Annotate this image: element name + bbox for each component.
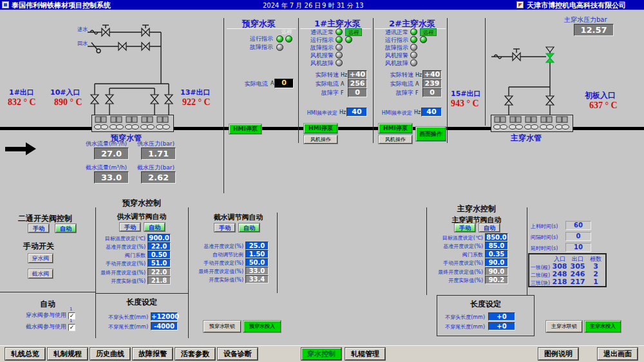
panel-subtitle: 供水调节阀自动: [95, 212, 188, 222]
setpoint-box[interactable]: +12000: [151, 312, 178, 321]
company-logo-icon: [516, 1, 524, 8]
row-label: 一班(根): [531, 264, 551, 271]
fault-word-unit: F: [415, 90, 419, 96]
setpoint-box[interactable]: 90.0: [485, 258, 508, 267]
fault-word-label: 故障字: [300, 90, 339, 97]
comm-led: [336, 28, 343, 35]
nav-button-line-overview[interactable]: 轧线总览: [5, 348, 45, 360]
cutoff-valve-button[interactable]: 截水阀: [28, 269, 53, 278]
enable-label: 截水阀参与使用: [26, 323, 66, 330]
title-bar: 泰国伟利钢铁棒材项目控制系统 2024 年 7 月 26 日 9 时 31 分 …: [0, 0, 644, 10]
nav-button-water-control[interactable]: 穿水控制: [301, 348, 341, 360]
pre-interlock-button[interactable]: 预穿水联锁: [204, 321, 241, 332]
row-label: 最终开度设定值(%): [191, 268, 243, 275]
auto-mode-button[interactable]: 自动: [239, 224, 260, 232]
setpoint-box[interactable]: 0.50: [147, 251, 171, 259]
pre-engage-button[interactable]: 预穿水投入: [243, 321, 281, 332]
nav-button-looper-params[interactable]: 活套参数: [175, 348, 215, 360]
auto-mode-button[interactable]: 自动: [55, 224, 76, 233]
current-unit: A: [270, 81, 274, 86]
setpoint-box[interactable]: 25.0: [245, 242, 269, 250]
fan-fault-led: [410, 59, 417, 66]
row-label: 手动开度设定(%): [191, 260, 243, 267]
fan-operate-button[interactable]: 风机操作: [304, 135, 337, 144]
cutoff-valve-checkbox[interactable]: ✓: [68, 324, 75, 331]
run-label: 运行指示: [375, 37, 408, 44]
temp-value: 922: [182, 97, 196, 107]
row-label: 基准开度设定(%): [94, 243, 146, 251]
row-label: 基准开度设定(%): [191, 243, 243, 250]
company-name: 天津市博控机电高科技有限公司: [527, 1, 626, 10]
setpoint-box[interactable]: 22.0: [147, 242, 171, 251]
legend-button[interactable]: 图例说明: [538, 348, 578, 360]
setpoint-box[interactable]: 85.0: [485, 242, 508, 250]
freq-unit: Hz: [339, 110, 346, 115]
comm-label: 通讯正常: [375, 29, 408, 36]
nav-button-roll-management[interactable]: 轧辊管理: [345, 348, 385, 360]
freq-unit: Hz: [414, 110, 421, 115]
readout-box: 90.2: [485, 276, 508, 284]
hmi-stop-pump-button[interactable]: HMI停泵: [304, 124, 337, 133]
readout-box: 21.8: [147, 276, 171, 285]
freq-setpoint-box[interactable]: 40: [421, 108, 442, 117]
nav-button-fault-alarms[interactable]: 故障报警: [133, 348, 173, 360]
length-setting-main-panel: 长度设定 不穿头长度(mm) +0 不穿尾长度(mm) +0: [437, 295, 535, 336]
auto-mode-button[interactable]: 自动: [479, 224, 500, 232]
setpoint-box[interactable]: 0.35: [485, 250, 508, 258]
current-unit: A: [415, 81, 419, 87]
exit-button[interactable]: 退出画面: [598, 348, 638, 360]
fan-alarm-label: 风机报警: [300, 52, 334, 59]
fault-word-box: 0: [422, 88, 442, 97]
fault-led: [336, 44, 343, 51]
setpoint-box[interactable]: -4000: [151, 322, 178, 330]
row-label: 最终开度设定值(%): [430, 269, 483, 276]
setpoint-box[interactable]: 51.0: [147, 259, 171, 267]
cell: 1: [587, 278, 604, 285]
setpoint-box[interactable]: 850.0: [485, 233, 508, 242]
cell: 248: [551, 271, 568, 278]
setpoint-box[interactable]: 50.0: [245, 258, 269, 267]
row-label: 不穿尾长度(mm): [102, 323, 148, 330]
auto-mode-button[interactable]: 自动: [144, 223, 165, 231]
valve-icon: [513, 53, 520, 61]
temp-name: 15#出口: [451, 89, 481, 99]
remote-badge: 远程: [345, 28, 362, 36]
setpoint-box[interactable]: +0: [488, 322, 515, 330]
manual-mode-button[interactable]: 手动: [455, 224, 475, 232]
fan-operate-button[interactable]: 风机操作: [379, 135, 412, 144]
fault-led: [410, 44, 417, 51]
main-engage-button[interactable]: 主穿水投入: [585, 321, 621, 332]
time-text: 9 时 31 分 13: [322, 1, 364, 10]
tick-mark: 1: [70, 307, 72, 312]
readout-box: 33.4: [245, 275, 269, 283]
screen-operate-button[interactable]: 画面操作: [416, 127, 446, 141]
nav-button-equipment-diag[interactable]: 设备诊断: [218, 348, 258, 360]
cell: 2: [587, 271, 604, 278]
nav-button-history-curves[interactable]: 历史曲线: [90, 348, 130, 360]
manual-mode-button[interactable]: 手动: [214, 224, 235, 232]
timing-value-box: 0: [565, 232, 591, 241]
timing-value-box: 10: [565, 243, 591, 252]
setpoint-box[interactable]: +0: [488, 312, 515, 321]
manual-mode-button[interactable]: 手动: [28, 224, 49, 233]
nav-button-rolling-schedule[interactable]: 轧制规程: [48, 348, 88, 360]
freq-setpoint-box[interactable]: 40: [346, 108, 367, 117]
tick-mark: 1: [70, 319, 72, 323]
setpoint-box[interactable]: 900.0: [147, 234, 171, 242]
setpoint-box[interactable]: 1.50: [245, 250, 269, 258]
main-interlock-button[interactable]: 主穿水联锁: [546, 321, 582, 332]
funnel-icon: [546, 47, 554, 52]
hmi-stop-pump-button[interactable]: HMI停泵: [379, 124, 412, 133]
valve-icon: [106, 95, 113, 104]
row-label: 二班(根): [531, 272, 551, 279]
temp-name: 10#入口: [50, 88, 80, 97]
pierce-valve-button[interactable]: 穿水阀: [28, 254, 53, 263]
date-text: 2024 年 7 月 26 日: [263, 1, 321, 10]
hmi-stop-pump-button[interactable]: HMI停泵: [229, 124, 261, 134]
fault-label: 故障指示: [375, 44, 408, 52]
green-valve-icon[interactable]: [546, 53, 554, 62]
timing-value-box: 60: [565, 221, 591, 230]
manual-mode-button[interactable]: 手动: [120, 223, 140, 231]
readout-box: 33.0: [245, 267, 269, 275]
main-pipe-label: 主穿水管: [511, 133, 542, 144]
